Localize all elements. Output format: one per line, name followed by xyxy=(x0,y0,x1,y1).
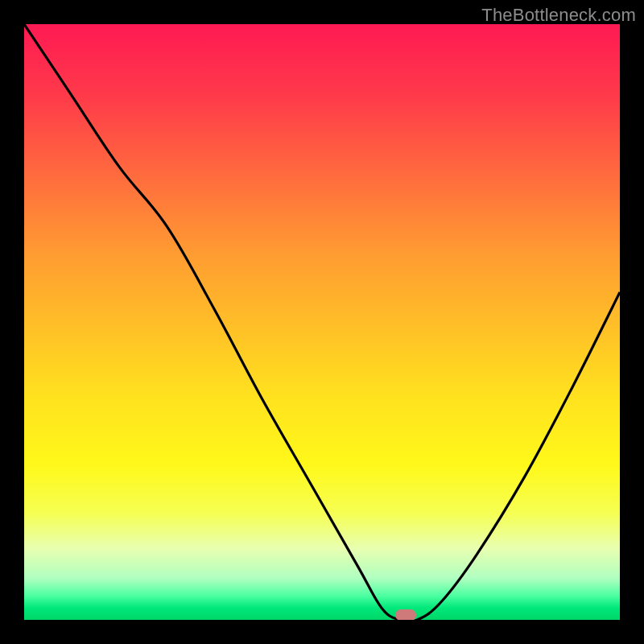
watermark-text: TheBottleneck.com xyxy=(481,5,636,26)
chart-frame: TheBottleneck.com xyxy=(0,0,644,644)
curve-svg xyxy=(24,24,620,620)
plot-area xyxy=(24,24,620,620)
optimal-marker xyxy=(395,609,416,620)
bottleneck-curve-path xyxy=(24,24,620,620)
